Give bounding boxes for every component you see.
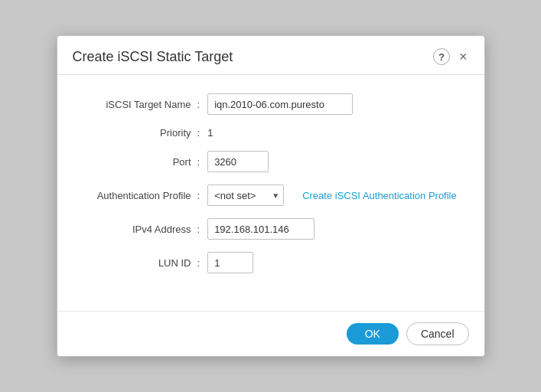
- auth-profile-row: Authentication Profile : <not set> ▼ Cre…: [79, 185, 463, 206]
- colon-3: :: [197, 156, 200, 168]
- auth-profile-select-wrapper: <not set> ▼: [207, 185, 284, 206]
- header-actions: ? ×: [433, 48, 469, 65]
- auth-profile-label: Authentication Profile: [79, 190, 197, 201]
- dialog-header: Create iSCSI Static Target ? ×: [57, 36, 484, 75]
- dialog-footer: OK Cancel: [57, 311, 484, 356]
- port-label: Port: [79, 156, 197, 168]
- close-button[interactable]: ×: [458, 50, 469, 64]
- cancel-button[interactable]: Cancel: [406, 322, 469, 345]
- iscsi-target-name-label: iSCSI Target Name: [79, 99, 197, 110]
- colon-6: :: [197, 257, 200, 269]
- iscsi-target-name-row: iSCSI Target Name :: [79, 93, 463, 115]
- ipv4-input[interactable]: [207, 218, 314, 240]
- ipv4-row: IPv4 Address :: [79, 218, 463, 240]
- lun-id-row: LUN ID :: [79, 252, 463, 273]
- auth-profile-controls: <not set> ▼ Create iSCSI Authentication …: [207, 185, 457, 206]
- colon-2: :: [197, 127, 200, 139]
- port-input[interactable]: [207, 151, 269, 172]
- colon-5: :: [197, 224, 200, 235]
- dialog-title: Create iSCSI Static Target: [73, 49, 233, 65]
- colon-1: :: [197, 99, 200, 110]
- iscsi-target-name-input[interactable]: [207, 93, 353, 115]
- ipv4-label: IPv4 Address: [79, 224, 197, 235]
- port-row: Port :: [79, 151, 463, 172]
- priority-row: Priority : 1: [79, 127, 463, 139]
- priority-value: 1: [207, 127, 213, 139]
- lun-id-label: LUN ID: [79, 257, 197, 269]
- colon-4: :: [197, 190, 200, 201]
- dialog-body: iSCSI Target Name : Priority : 1 Port : …: [57, 75, 484, 311]
- lun-id-input[interactable]: [207, 252, 253, 273]
- create-iscsi-dialog: Create iSCSI Static Target ? × iSCSI Tar…: [57, 35, 485, 357]
- create-auth-profile-link[interactable]: Create iSCSI Authentication Profile: [302, 190, 457, 201]
- priority-label: Priority: [79, 127, 197, 139]
- ok-button[interactable]: OK: [347, 323, 399, 345]
- help-button[interactable]: ?: [433, 48, 450, 65]
- auth-profile-select[interactable]: <not set>: [207, 185, 284, 206]
